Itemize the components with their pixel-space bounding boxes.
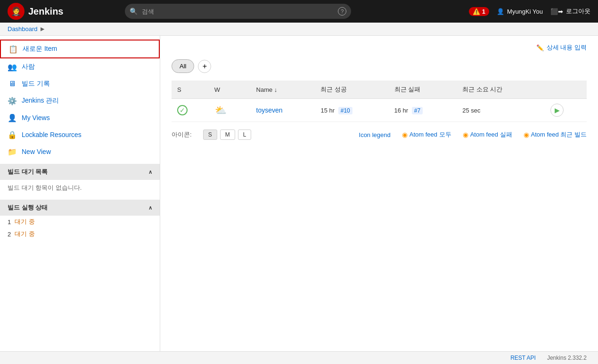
last-duration-text: 25 sec — [462, 107, 480, 114]
build-executor-item-1: 1 대기 중 — [0, 216, 160, 228]
search-input[interactable] — [125, 4, 351, 19]
search-icon: 🔍 — [130, 8, 138, 15]
my-views-icon: 👤 — [8, 113, 17, 122]
col-header-s: S — [172, 81, 209, 99]
build-queue-chevron[interactable]: ∧ — [148, 169, 152, 175]
jenkins-logo[interactable]: 🤵 Jenkins — [8, 3, 63, 20]
job-name-link[interactable]: toyseven — [256, 106, 283, 114]
sidebar-item-label-lockable-resources: Lockable Resources — [22, 131, 82, 138]
row-status: ✓ — [172, 99, 209, 122]
logout-label: 로그아웃 — [566, 7, 590, 16]
main-header-row: ✏️ 상세 내용 입력 — [172, 43, 587, 52]
logo-icon: 🤵 — [8, 3, 25, 20]
feed-icon-fail: ◉ — [463, 131, 468, 138]
build-executor-title: 빌드 실행 상태 — [8, 203, 48, 212]
sidebar-item-label-build-history: 빌드 기록 — [22, 80, 50, 88]
tab-all[interactable]: All — [172, 59, 194, 73]
col-header-last-success: 최근 성공 — [315, 81, 388, 99]
table-row: ✓ ⛅ toyseven 15 hr #10 16 hr #7 — [172, 99, 587, 122]
sidebar-item-jenkins-manage[interactable]: ⚙️ Jenkins 관리 — [0, 92, 160, 109]
col-header-last-duration: 최근 소요 시간 — [457, 81, 545, 99]
build-queue-empty: 빌드 대기 항목이 없습니다. — [0, 180, 160, 196]
build-history-icon: 🖥 — [8, 79, 17, 89]
user-name: MyungKi You — [507, 8, 543, 15]
breadcrumb: Dashboard ▶ — [0, 23, 598, 36]
header-right: ⚠️ 1 👤 MyungKi You ⬛➡ 로그아웃 — [469, 7, 590, 16]
layout: 📋 새로운 Item 👥 사람 🖥 빌드 기록 ⚙️ Jenkins 관리 👤 … — [0, 36, 598, 362]
alert-badge[interactable]: ⚠️ 1 — [469, 7, 489, 16]
col-header-name[interactable]: Name ↓ — [251, 81, 315, 99]
jenkins-version: Jenkins 2.332.2 — [547, 355, 587, 361]
row-name: toyseven — [251, 99, 315, 122]
search-help-icon[interactable]: ? — [338, 7, 346, 16]
jenkins-manage-icon: ⚙️ — [8, 96, 17, 105]
tab-add-button[interactable]: + — [198, 60, 211, 73]
executor-status-1: 대기 중 — [15, 218, 35, 226]
feed-icon-all: ◉ — [402, 131, 408, 138]
atom-all-label: Atom feed 모두 — [410, 130, 451, 139]
alert-count: 1 — [482, 8, 485, 15]
people-icon: 👥 — [8, 62, 17, 72]
last-failure-build[interactable]: #7 — [412, 107, 423, 114]
logout-button[interactable]: ⬛➡ 로그아웃 — [550, 7, 590, 16]
icon-size-m[interactable]: M — [220, 129, 235, 140]
executor-status-2: 대기 중 — [15, 230, 35, 238]
alert-triangle-icon: ⚠️ — [473, 8, 480, 15]
search-container: 🔍 ? — [125, 4, 351, 19]
build-executor-chevron[interactable]: ∧ — [148, 205, 152, 211]
last-success-build[interactable]: #10 — [338, 107, 352, 114]
icon-legend-link[interactable]: Icon legend — [359, 131, 391, 138]
sidebar-item-new-view[interactable]: 📁 New View — [0, 143, 160, 160]
main-content: ✏️ 상세 내용 입력 All + S W Name ↓ 최근 성공 최근 실패… — [160, 36, 598, 362]
build-executor-section: 빌드 실행 상태 ∧ — [0, 200, 160, 216]
icon-size-label: 아이콘: — [172, 130, 192, 139]
tabs-row: All + — [172, 59, 587, 73]
row-weather: ⛅ — [209, 99, 251, 122]
atom-latest-link[interactable]: ◉ Atom feed 최근 빌드 — [524, 130, 587, 139]
col-header-action — [545, 81, 587, 99]
icon-size-l[interactable]: L — [238, 129, 252, 140]
atom-all-link[interactable]: ◉ Atom feed 모두 — [402, 130, 451, 139]
logout-icon: ⬛➡ — [550, 8, 563, 15]
bottom-bar: REST API Jenkins 2.332.2 — [0, 351, 598, 362]
lockable-resources-icon: 🔒 — [8, 130, 17, 139]
sidebar-item-lockable-resources[interactable]: 🔒 Lockable Resources — [0, 126, 160, 143]
atom-latest-label: Atom feed 최근 빌드 — [531, 130, 587, 139]
sidebar-item-new-item[interactable]: 📋 새로운 Item — [0, 40, 160, 58]
icon-size-buttons: S M L — [203, 129, 252, 140]
breadcrumb-dashboard[interactable]: Dashboard — [8, 25, 38, 32]
build-queue-title: 빌드 대기 목록 — [8, 168, 48, 176]
sidebar-item-build-history[interactable]: 🖥 빌드 기록 — [0, 75, 160, 92]
weather-icon: ⛅ — [214, 104, 228, 117]
table-header-row: S W Name ↓ 최근 성공 최근 실패 최근 소요 시간 — [172, 81, 587, 99]
sidebar-item-label-people: 사람 — [22, 63, 35, 71]
icon-size-s[interactable]: S — [203, 129, 217, 140]
atom-fail-link[interactable]: ◉ Atom feed 실패 — [463, 130, 512, 139]
feed-icon-latest: ◉ — [524, 131, 529, 138]
sidebar-item-people[interactable]: 👥 사람 — [0, 58, 160, 75]
sidebar: 📋 새로운 Item 👥 사람 🖥 빌드 기록 ⚙️ Jenkins 관리 👤 … — [0, 36, 160, 362]
breadcrumb-arrow: ▶ — [41, 26, 44, 32]
pencil-icon: ✏️ — [536, 44, 544, 51]
detail-input-label: 상세 내용 입력 — [547, 43, 587, 52]
new-view-icon: 📁 — [8, 147, 17, 156]
rest-api-link[interactable]: REST API — [510, 355, 536, 361]
header: 🤵 Jenkins 🔍 ? ⚠️ 1 👤 MyungKi You ⬛➡ 로그아웃 — [0, 0, 598, 23]
new-item-icon: 📋 — [8, 44, 18, 54]
logo-text: Jenkins — [28, 6, 63, 17]
row-last-duration: 25 sec — [457, 99, 545, 122]
status-ok-icon: ✓ — [177, 105, 188, 115]
row-last-failure: 16 hr #7 — [389, 99, 457, 122]
col-header-w: W — [209, 81, 251, 99]
last-failure-time: 16 hr — [394, 107, 409, 114]
executor-num-1: 1 — [8, 218, 11, 226]
user-info[interactable]: 👤 MyungKi You — [497, 8, 543, 15]
sidebar-item-label-my-views: My Views — [22, 114, 50, 121]
jobs-table: S W Name ↓ 최근 성공 최근 실패 최근 소요 시간 ✓ ⛅ — [172, 81, 587, 122]
build-executor-item-2: 2 대기 중 — [0, 228, 160, 240]
footer-row: 아이콘: S M L Icon legend ◉ Atom feed 모두 ◉ … — [172, 129, 587, 140]
sidebar-item-my-views[interactable]: 👤 My Views — [0, 109, 160, 126]
run-button[interactable]: ▶ — [550, 104, 564, 117]
detail-input-button[interactable]: ✏️ 상세 내용 입력 — [536, 43, 587, 52]
last-success-time: 15 hr — [320, 107, 335, 114]
